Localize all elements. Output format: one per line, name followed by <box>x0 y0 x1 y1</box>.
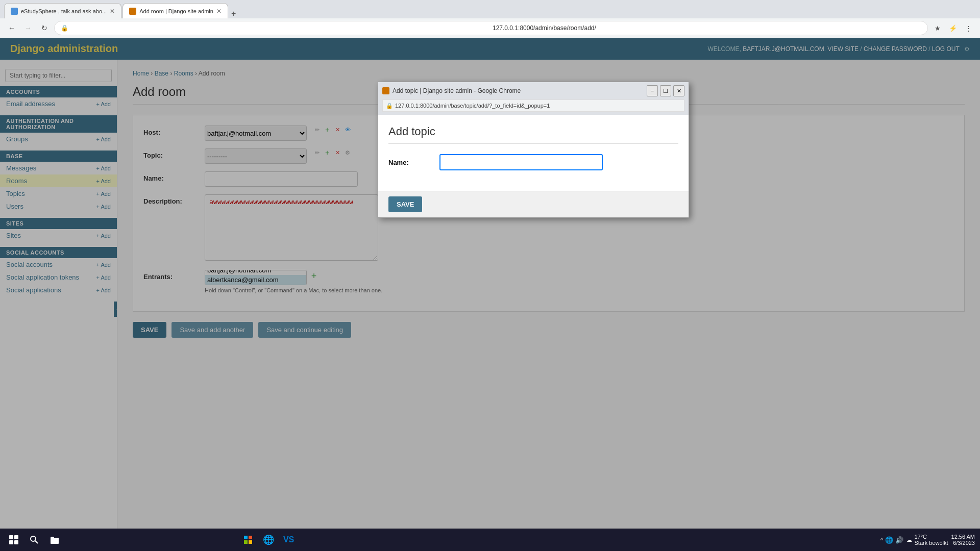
svg-rect-1 <box>14 535 18 539</box>
taskbar-vscode[interactable]: VS <box>280 531 298 548</box>
popup-save-button[interactable]: SAVE <box>388 196 422 212</box>
popup-name-input[interactable] <box>439 154 603 170</box>
popup-actions: SAVE <box>378 191 689 217</box>
weather-temp: 17°C <box>914 534 948 540</box>
browser-chrome: eStudySphere , talk and ask abo... ✕ Add… <box>0 0 980 38</box>
popup-address-bar: 🔒 127.0.0.1:8000/admin/base/topic/add/?_… <box>382 99 684 112</box>
svg-rect-8 <box>249 536 252 539</box>
svg-point-4 <box>31 536 36 541</box>
popup-title-text: Add topic | Django site admin - Google C… <box>393 87 521 94</box>
tab1-close-icon[interactable]: ✕ <box>110 8 115 15</box>
popup-window-controls: − ☐ ✕ <box>647 85 684 96</box>
popup-form-row: Name: <box>388 154 678 170</box>
popup-close-button[interactable]: ✕ <box>673 85 684 96</box>
tab1-title: eStudySphere , talk and ask abo... <box>21 8 107 14</box>
popup-minimize-button[interactable]: − <box>647 85 658 96</box>
current-time: 12:56 AM <box>951 534 975 540</box>
tray-icon-network: 🌐 <box>885 536 893 544</box>
taskbar: 🌐 VS ^ 🌐 🔊 ☁ 17°C Stark bewölkt 12:56 AM… <box>0 529 980 551</box>
taskbar-chrome[interactable]: 🌐 <box>260 531 277 548</box>
tab2-title: Add room | Django site admin <box>139 8 213 14</box>
popup-titlebar: Add topic | Django site admin - Google C… <box>382 85 684 96</box>
menu-icon[interactable]: ⋮ <box>962 21 975 35</box>
browser-tabs: eStudySphere , talk and ask abo... ✕ Add… <box>0 0 980 18</box>
popup-chrome: Add topic | Django site admin - Google C… <box>378 82 689 115</box>
svg-rect-0 <box>9 535 13 539</box>
bookmark-icon[interactable]: ★ <box>931 21 944 35</box>
tray-icon-volume: 🔊 <box>895 536 903 544</box>
popup-title: Add topic | Django site admin - Google C… <box>382 87 521 94</box>
svg-rect-10 <box>249 540 252 544</box>
taskbar-time: 12:56 AM 6/3/2023 <box>951 534 975 546</box>
start-button[interactable] <box>5 531 22 548</box>
forward-button[interactable]: → <box>21 21 35 35</box>
back-button[interactable]: ← <box>5 21 18 35</box>
taskbar-center: 🌐 VS <box>66 531 470 548</box>
popup-page-title: Add topic <box>388 125 678 144</box>
tab1-favicon <box>11 8 18 15</box>
svg-line-5 <box>35 541 38 543</box>
popup-body: Add topic Name: <box>378 115 689 191</box>
svg-rect-2 <box>9 540 13 544</box>
svg-rect-9 <box>244 540 248 544</box>
search-button[interactable] <box>26 531 43 548</box>
taskbar-app1[interactable] <box>239 531 257 548</box>
browser-icons: ★ ⚡ ⋮ <box>931 21 975 35</box>
current-date: 6/3/2023 <box>953 540 975 546</box>
tab2-close-icon[interactable]: ✕ <box>216 8 222 15</box>
url-text: 127.0.0.1:8000/admin/base/room/add/ <box>493 24 921 32</box>
system-tray: ^ 🌐 🔊 <box>880 536 903 544</box>
address-bar[interactable]: 🔒 127.0.0.1:8000/admin/base/room/add/ <box>54 21 928 35</box>
popup-favicon <box>382 87 389 94</box>
file-explorer-button[interactable] <box>46 531 63 548</box>
extensions-icon[interactable]: ⚡ <box>946 21 960 35</box>
popup-url-text: 127.0.0.1:8000/admin/base/topic/add/?_to… <box>395 103 550 109</box>
new-tab-button[interactable]: + <box>231 9 236 18</box>
reload-button[interactable]: ↻ <box>38 21 51 35</box>
popup-window: Add topic | Django site admin - Google C… <box>378 82 689 218</box>
browser-tab-2[interactable]: Add room | Django site admin ✕ <box>122 3 228 18</box>
svg-rect-7 <box>244 536 248 539</box>
weather-icon: ☁ <box>906 537 912 543</box>
popup-maximize-button[interactable]: ☐ <box>660 85 671 96</box>
tray-icon-1: ^ <box>880 536 883 544</box>
taskbar-weather: ☁ 17°C Stark bewölkt <box>906 534 948 546</box>
weather-desc: Stark bewölkt <box>914 540 948 546</box>
tab2-favicon <box>129 8 136 15</box>
browser-tab-1[interactable]: eStudySphere , talk and ask abo... ✕ <box>4 3 121 18</box>
svg-rect-3 <box>14 540 18 544</box>
browser-controls: ← → ↻ 🔒 127.0.0.1:8000/admin/base/room/a… <box>0 18 980 38</box>
popup-name-label: Name: <box>388 159 429 166</box>
